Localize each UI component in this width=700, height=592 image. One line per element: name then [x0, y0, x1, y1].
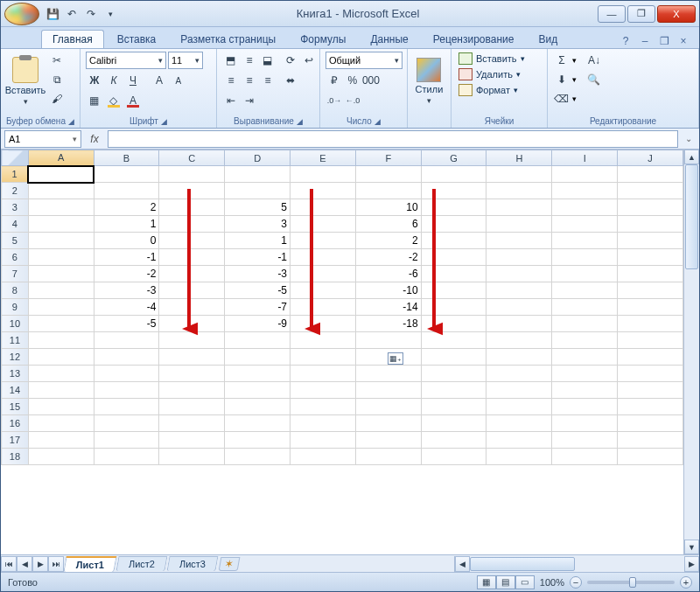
cell-H11[interactable] [486, 332, 552, 349]
decrease-decimal-icon[interactable]: ←.0 [344, 92, 361, 109]
sheet-tab-1[interactable]: Лист1 [63, 556, 116, 572]
cell-A18[interactable] [28, 449, 94, 465]
cell-D8[interactable]: -5 [225, 282, 290, 299]
cell-B7[interactable]: -2 [94, 266, 159, 282]
number-format-combo[interactable]: Общий▾ [326, 52, 402, 69]
font-size-combo[interactable]: 11▾ [168, 52, 203, 69]
row-header-13[interactable]: 13 [2, 366, 29, 382]
redo-icon[interactable]: ↷ [83, 6, 99, 22]
cell-I5[interactable] [552, 233, 618, 249]
font-name-combo[interactable]: Calibri▾ [86, 52, 166, 69]
cell-E9[interactable] [290, 299, 356, 316]
cell-C1[interactable] [159, 166, 225, 183]
cell-I17[interactable] [552, 432, 618, 449]
cell-H4[interactable] [486, 216, 552, 233]
cell-J17[interactable] [618, 432, 683, 449]
grow-font-icon[interactable]: A [150, 72, 168, 89]
cell-D4[interactable]: 3 [225, 216, 290, 233]
cell-H12[interactable] [486, 349, 552, 366]
cell-D14[interactable] [225, 382, 290, 399]
cell-J16[interactable] [618, 415, 683, 432]
cell-F7[interactable]: -6 [355, 266, 421, 282]
cell-E5[interactable] [290, 233, 356, 249]
cell-E3[interactable] [290, 199, 356, 216]
cell-C16[interactable] [159, 415, 225, 432]
cell-H18[interactable] [486, 449, 552, 465]
col-header-B[interactable]: B [94, 150, 159, 166]
cell-A15[interactable] [28, 399, 94, 415]
cell-I1[interactable] [552, 166, 618, 183]
border-icon[interactable]: ▦ [86, 92, 103, 109]
col-header-G[interactable]: G [421, 150, 486, 166]
cell-F4[interactable]: 6 [355, 216, 421, 233]
cell-C10[interactable] [159, 316, 225, 332]
autofill-options-icon[interactable]: ▦₊ [388, 352, 403, 365]
col-header-E[interactable]: E [290, 150, 356, 166]
zoom-in-icon[interactable]: + [680, 576, 692, 589]
office-button[interactable] [4, 3, 39, 25]
cell-G13[interactable] [421, 366, 486, 382]
select-all-corner[interactable] [2, 150, 29, 166]
row-header-18[interactable]: 18 [2, 449, 29, 465]
cell-G8[interactable] [421, 282, 486, 299]
cell-I11[interactable] [552, 332, 618, 349]
zoom-out-icon[interactable]: − [570, 576, 582, 589]
cell-I4[interactable] [552, 216, 618, 233]
number-launcher-icon[interactable]: ◢ [374, 117, 381, 126]
cell-E4[interactable] [290, 216, 356, 233]
cell-F2[interactable] [355, 183, 421, 199]
cell-A3[interactable] [28, 199, 94, 216]
align-left-icon[interactable]: ≡ [222, 72, 240, 89]
align-right-icon[interactable]: ≡ [259, 72, 276, 89]
cell-E18[interactable] [290, 449, 356, 465]
cell-A16[interactable] [28, 415, 94, 432]
cell-B15[interactable] [94, 399, 159, 415]
view-normal-icon[interactable]: ▦ [477, 575, 496, 589]
cell-B10[interactable]: -5 [94, 316, 159, 332]
cell-C18[interactable] [159, 449, 225, 465]
cell-C2[interactable] [159, 183, 225, 199]
fill-icon[interactable]: ⬇ [553, 71, 570, 88]
cell-G1[interactable] [421, 166, 486, 183]
scroll-left-icon[interactable]: ◀ [455, 556, 470, 572]
cell-I2[interactable] [552, 183, 618, 199]
cell-I15[interactable] [552, 399, 618, 415]
cell-B2[interactable] [94, 183, 159, 199]
col-header-I[interactable]: I [552, 150, 618, 166]
last-sheet-icon[interactable]: ⏭ [48, 556, 64, 572]
cell-A5[interactable] [28, 233, 94, 249]
maximize-button[interactable]: ❐ [627, 5, 655, 23]
cell-D5[interactable]: 1 [225, 233, 290, 249]
cell-F15[interactable] [355, 399, 421, 415]
cell-D12[interactable] [225, 349, 290, 366]
bold-button[interactable]: Ж [86, 72, 103, 89]
cell-H17[interactable] [486, 432, 552, 449]
cell-C6[interactable] [159, 249, 225, 266]
cell-E13[interactable] [290, 366, 356, 382]
align-center-icon[interactable]: ≡ [241, 72, 258, 89]
find-icon[interactable]: 🔍 [585, 71, 603, 88]
expand-formula-bar-icon[interactable]: ⌄ [682, 134, 696, 143]
next-sheet-icon[interactable]: ▶ [32, 556, 48, 572]
cell-J4[interactable] [618, 216, 683, 233]
autosum-icon[interactable]: Σ [553, 52, 570, 69]
row-header-15[interactable]: 15 [2, 399, 29, 415]
cell-J14[interactable] [618, 382, 683, 399]
cell-C15[interactable] [159, 399, 225, 415]
col-header-F[interactable]: F [355, 150, 421, 166]
alignment-launcher-icon[interactable]: ◢ [297, 117, 303, 126]
cell-J1[interactable] [618, 166, 683, 183]
cell-E14[interactable] [290, 382, 356, 399]
row-header-10[interactable]: 10 [2, 316, 29, 332]
cell-I9[interactable] [552, 299, 618, 316]
name-box[interactable]: A1▾ [4, 130, 81, 148]
cell-A7[interactable] [28, 266, 94, 282]
cell-H15[interactable] [486, 399, 552, 415]
clear-icon[interactable]: ⌫ [553, 90, 570, 108]
cell-A13[interactable] [28, 366, 94, 382]
cell-F13[interactable] [355, 366, 421, 382]
cell-D3[interactable]: 5 [225, 199, 290, 216]
close-button[interactable]: X [657, 5, 696, 23]
paste-button[interactable]: Вставить ▾ [6, 52, 45, 111]
cell-H13[interactable] [486, 366, 552, 382]
